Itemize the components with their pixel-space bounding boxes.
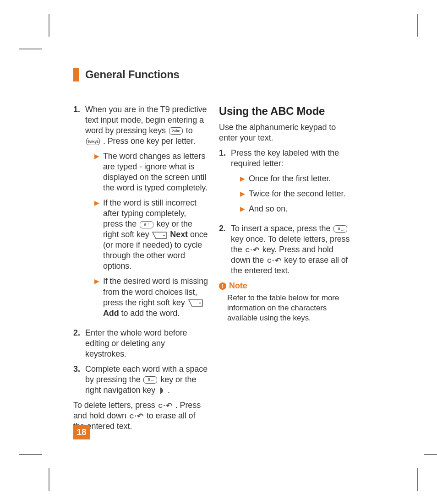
- key-hash-icon: # ↑: [140, 221, 153, 228]
- bullet-arrow-icon: ▶: [240, 190, 245, 199]
- step-1: 1. When you are in the T9 predictive tex…: [73, 104, 208, 323]
- cropmark: [49, 14, 49, 37]
- right-softkey-icon: [188, 299, 203, 307]
- cropmark: [19, 454, 42, 455]
- step-2: 2. To insert a space, press the 0 ⎵ key …: [219, 223, 354, 276]
- header-title: General Functions: [85, 68, 180, 81]
- step-number: 2.: [73, 328, 82, 359]
- bullet-arrow-icon: ▶: [240, 175, 245, 184]
- bullet-arrow-icon: ▶: [94, 278, 99, 318]
- substep: ▶ Once for the first letter.: [240, 173, 354, 184]
- step-text: Enter the whole word before editing or d…: [85, 328, 208, 359]
- step-text: To insert a space, press the 0 ⎵ key onc…: [231, 223, 354, 276]
- step-text: Press the key labeled with the required …: [231, 148, 339, 168]
- section-header: General Functions: [73, 68, 180, 81]
- step-text: to: [186, 126, 193, 135]
- softkey-label: Add: [103, 309, 119, 318]
- bullet-arrow-icon: ▶: [240, 206, 245, 214]
- paragraph: Use the alphanumeric keypad to enter you…: [219, 122, 354, 143]
- clear-key-icon: C•↶: [246, 246, 259, 254]
- substep-text: Twice for the second letter.: [249, 189, 354, 199]
- bullet-arrow-icon: ▶: [94, 153, 99, 193]
- substep: ▶ Twice for the second letter.: [240, 189, 354, 199]
- softkey-label: Next: [170, 230, 188, 239]
- header-accent-bar: [73, 68, 79, 81]
- substep: ▶ And so on.: [240, 204, 354, 214]
- left-column: 1. When you are in the T9 predictive tex…: [73, 104, 208, 436]
- substep-text: And so on.: [249, 204, 354, 214]
- bullet-arrow-icon: ▶: [94, 200, 99, 271]
- cropmark: [49, 468, 49, 491]
- step-number: 2.: [219, 223, 227, 276]
- clear-key-icon: C•↶: [130, 412, 143, 420]
- substep-text: If the desired word is missing from the …: [103, 276, 208, 318]
- substep-text: The word changes as letters are typed - …: [103, 151, 208, 193]
- key-0-icon: 0 ⎵: [143, 376, 157, 384]
- key-2-icon: 2abc: [169, 127, 183, 135]
- note-icon: !: [219, 282, 226, 290]
- cropmark: [424, 454, 437, 455]
- key-9-icon: 9wxyz: [86, 138, 100, 145]
- step-text: Complete each word with a space by press…: [85, 364, 208, 396]
- clear-key-icon: C•↶: [158, 402, 172, 410]
- step-body: Press the key labeled with the required …: [231, 148, 354, 219]
- nav-right-icon: [158, 386, 165, 395]
- right-softkey-icon: [152, 232, 167, 239]
- step-3: 3. Complete each word with a space by pr…: [73, 364, 208, 396]
- step-number: 1.: [73, 104, 82, 323]
- page-number: 18: [73, 425, 90, 439]
- note-header: ! Note: [219, 281, 354, 291]
- step-1: 1. Press the key labeled with the requir…: [219, 148, 354, 219]
- cropmark: [417, 14, 418, 37]
- right-column: Using the ABC Mode Use the alphanumeric …: [219, 104, 354, 436]
- cropmark: [19, 49, 42, 49]
- step-number: 1.: [219, 148, 227, 219]
- substep: ▶ The word changes as letters are typed …: [94, 151, 208, 193]
- step-number: 3.: [73, 364, 82, 396]
- cropmark: [417, 468, 418, 491]
- clear-key-icon: C•↶: [267, 257, 281, 265]
- substep-text: If the word is still incorrect after typ…: [103, 198, 208, 271]
- step-2: 2. Enter the whole word before editing o…: [73, 328, 208, 359]
- substep: ▶ If the word is still incorrect after t…: [94, 198, 208, 271]
- substep-text: Once for the first letter.: [249, 173, 354, 184]
- paragraph: To delete letters, press C•↶ . Press and…: [73, 400, 208, 432]
- step-text: . Press one key per letter.: [103, 136, 195, 146]
- note-label: Note: [229, 281, 247, 291]
- key-0-icon: 0 ⎵: [333, 225, 347, 233]
- step-body: When you are in the T9 predictive text i…: [85, 104, 208, 323]
- substep: ▶ If the desired word is missing from th…: [94, 276, 208, 318]
- subsection-title: Using the ABC Mode: [219, 104, 354, 119]
- note-body: Refer to the table below for more inform…: [227, 293, 354, 323]
